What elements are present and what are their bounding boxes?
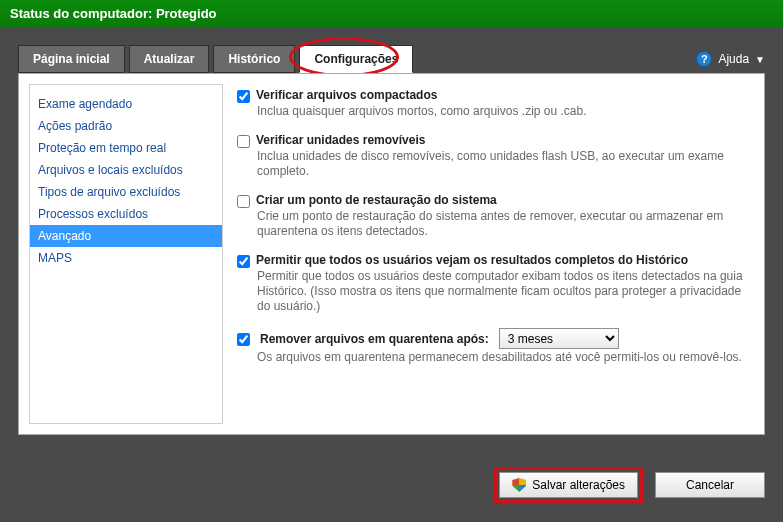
- option-scan-removable: Verificar unidades removíveis Inclua uni…: [237, 133, 752, 179]
- option-desc: Crie um ponto de restauração do sistema …: [257, 209, 752, 239]
- option-remove-quarantine: Remover arquivos em quarentena após: 3 m…: [237, 328, 752, 365]
- option-restore-point: Criar um ponto de restauração do sistema…: [237, 193, 752, 239]
- settings-content: Verificar arquivos compactados Inclua qu…: [223, 74, 764, 434]
- highlight-save-box: Salvar alterações: [494, 467, 643, 503]
- shield-icon: [512, 478, 526, 492]
- help-label: Ajuda: [718, 52, 749, 66]
- chevron-down-icon: ▼: [755, 54, 765, 65]
- help-icon: ?: [696, 51, 712, 67]
- tab-home[interactable]: Página inicial: [18, 45, 125, 73]
- checkbox-scan-removable[interactable]: [237, 135, 250, 148]
- option-title: Verificar unidades removíveis: [256, 133, 425, 147]
- tab-settings[interactable]: Configurações: [299, 45, 413, 73]
- main-region: Página inicial Atualizar Histórico Confi…: [0, 27, 783, 522]
- cancel-button-label: Cancelar: [686, 478, 734, 492]
- sidebar-item[interactable]: Exame agendado: [30, 93, 222, 115]
- option-title: Verificar arquivos compactados: [256, 88, 437, 102]
- tabs-row: Página inicial Atualizar Histórico Confi…: [18, 45, 765, 73]
- tab-update[interactable]: Atualizar: [129, 45, 210, 73]
- option-title: Remover arquivos em quarentena após:: [260, 332, 489, 346]
- sidebar-item[interactable]: Processos excluídos: [30, 203, 222, 225]
- sidebar-item[interactable]: Tipos de arquivo excluídos: [30, 181, 222, 203]
- settings-panel: Exame agendadoAções padrãoProteção em te…: [18, 73, 765, 435]
- option-scan-archive: Verificar arquivos compactados Inclua qu…: [237, 88, 752, 119]
- option-desc: Os arquivos em quarentena permanecem des…: [257, 350, 752, 365]
- option-desc: Permitir que todos os usuários deste com…: [257, 269, 752, 314]
- status-text: Status do computador: Protegido: [10, 6, 217, 21]
- option-desc: Inclua quaisquer arquivos mortos, como a…: [257, 104, 752, 119]
- sidebar-item[interactable]: MAPS: [30, 247, 222, 269]
- option-title: Permitir que todos os usuários vejam os …: [256, 253, 688, 267]
- help-menu[interactable]: ? Ajuda ▼: [696, 51, 765, 67]
- sidebar-item[interactable]: Arquivos e locais excluídos: [30, 159, 222, 181]
- save-button[interactable]: Salvar alterações: [499, 472, 638, 498]
- option-title: Criar um ponto de restauração do sistema: [256, 193, 497, 207]
- sidebar-item[interactable]: Ações padrão: [30, 115, 222, 137]
- sidebar-item[interactable]: Avançado: [30, 225, 222, 247]
- option-scan-archive-row[interactable]: Verificar arquivos compactados: [237, 88, 752, 103]
- tab-history[interactable]: Histórico: [213, 45, 295, 73]
- option-desc: Inclua unidades de disco removíveis, com…: [257, 149, 752, 179]
- option-allow-all-users-row[interactable]: Permitir que todos os usuários vejam os …: [237, 253, 752, 268]
- option-restore-point-row[interactable]: Criar um ponto de restauração do sistema: [237, 193, 752, 208]
- tab-settings-wrap: Configurações: [299, 45, 417, 73]
- option-allow-all-users: Permitir que todos os usuários vejam os …: [237, 253, 752, 314]
- save-button-label: Salvar alterações: [532, 478, 625, 492]
- option-scan-removable-row[interactable]: Verificar unidades removíveis: [237, 133, 752, 148]
- settings-sidebar: Exame agendadoAções padrãoProteção em te…: [29, 84, 223, 424]
- checkbox-scan-archive[interactable]: [237, 90, 250, 103]
- checkbox-restore-point[interactable]: [237, 195, 250, 208]
- checkbox-remove-quarantine[interactable]: [237, 333, 250, 346]
- quarantine-duration-select[interactable]: 3 meses: [499, 328, 619, 349]
- checkbox-allow-all-users[interactable]: [237, 255, 250, 268]
- status-header: Status do computador: Protegido: [0, 0, 783, 27]
- dialog-buttons: Salvar alterações Cancelar: [494, 467, 765, 503]
- option-remove-quarantine-row[interactable]: Remover arquivos em quarentena após: 3 m…: [237, 328, 619, 349]
- cancel-button[interactable]: Cancelar: [655, 472, 765, 498]
- sidebar-item[interactable]: Proteção em tempo real: [30, 137, 222, 159]
